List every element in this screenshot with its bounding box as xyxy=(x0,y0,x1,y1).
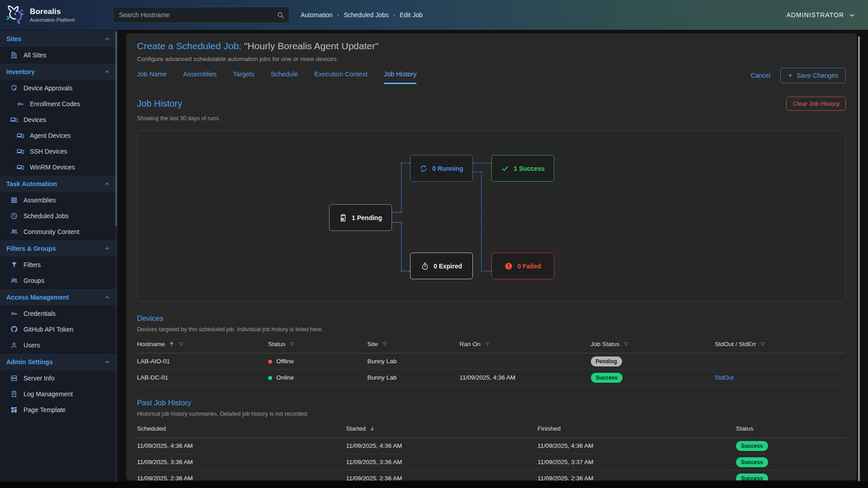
item-label: Credentials xyxy=(24,310,56,317)
tab-execution-context[interactable]: Execution Context xyxy=(314,70,368,84)
sidebar-section-inventory[interactable]: Inventory xyxy=(0,63,118,80)
connector-line xyxy=(401,271,410,272)
breadcrumb-item-scheduled-jobs[interactable]: Scheduled Jobs xyxy=(344,11,389,19)
table-row[interactable]: 11/09/2025, 2:36 AM 11/09/2025, 2:36 AM … xyxy=(137,470,846,480)
sidebar-item-groups[interactable]: Groups xyxy=(0,272,118,288)
search-input[interactable] xyxy=(113,11,277,19)
section-label: Sites xyxy=(6,35,21,42)
status-cell: Success xyxy=(736,441,846,451)
sidebar-item-assemblies[interactable]: Assemblies xyxy=(0,192,118,208)
sidebar-item-community-content[interactable]: Community Content xyxy=(0,224,118,239)
filter-icon[interactable] xyxy=(289,341,295,347)
breadcrumb-separator: › xyxy=(393,12,395,19)
sidebar-item-github-api-token[interactable]: GitHub API Token xyxy=(0,321,118,337)
connector-line xyxy=(392,222,401,223)
sidebar-item-winrm-devices[interactable]: WinRM Devices xyxy=(0,159,118,175)
sidebar-item-server-info[interactable]: Server Info xyxy=(0,370,118,386)
finished-cell: 11/09/2025, 4:36 AM xyxy=(538,442,736,449)
sidebar: Sites All Sites Inventory Device Approva… xyxy=(0,30,118,482)
table-row[interactable]: LAB-AIO-01 Offline Bunny Lab Pending xyxy=(137,353,846,370)
column-status[interactable]: Status xyxy=(736,425,846,432)
chevron-up-icon xyxy=(104,359,110,365)
flow-node-running[interactable]: 0 Running xyxy=(410,155,473,182)
column-scheduled[interactable]: Scheduled xyxy=(137,425,346,432)
item-label: GitHub API Token xyxy=(24,326,73,333)
alert-circle-icon xyxy=(505,262,513,270)
column-job-status[interactable]: Job Status xyxy=(591,341,715,347)
stdout-link[interactable]: StdOut xyxy=(715,374,846,381)
item-label: Groups xyxy=(24,277,44,284)
flow-node-pending[interactable]: 1 Pending xyxy=(329,204,392,231)
key-icon xyxy=(16,100,24,108)
sidebar-item-log-management[interactable]: Log Management xyxy=(0,386,118,402)
sidebar-section-admin-settings[interactable]: Admin Settings xyxy=(0,353,118,370)
log-icon xyxy=(10,390,18,398)
sidebar-scrollbar-thumb[interactable] xyxy=(115,32,117,226)
sidebar-item-page-template[interactable]: Page Template xyxy=(0,402,118,418)
column-hostname[interactable]: Hostname xyxy=(137,341,268,347)
sidebar-item-credentials[interactable]: Credentials xyxy=(0,305,118,321)
sort-asc-icon[interactable] xyxy=(169,341,175,347)
sidebar-item-scheduled-jobs[interactable]: Scheduled Jobs xyxy=(0,208,118,224)
filter-icon[interactable] xyxy=(382,341,388,347)
flow-node-expired[interactable]: 0 Expired xyxy=(410,253,473,279)
sidebar-item-all-sites[interactable]: All Sites xyxy=(0,47,118,63)
filter-icon[interactable] xyxy=(484,341,491,347)
page-subtitle: Configure advanced schedulable automatio… xyxy=(137,56,846,62)
breadcrumb-item-edit-job[interactable]: Edit Job xyxy=(400,11,423,19)
column-finished[interactable]: Finished xyxy=(538,425,736,432)
sidebar-item-users[interactable]: Users xyxy=(0,337,118,353)
column-status[interactable]: Status xyxy=(268,341,368,347)
sidebar-item-ssh-devices[interactable]: SSH Devices xyxy=(0,143,118,159)
flow-node-running-label: 0 Running xyxy=(432,165,463,172)
server-icon xyxy=(10,375,18,382)
shield-icon xyxy=(10,84,18,92)
tab-schedule[interactable]: Schedule xyxy=(271,70,298,84)
main-scrollbar-thumb[interactable] xyxy=(858,36,860,481)
sidebar-item-filters[interactable]: Filters xyxy=(0,257,118,272)
clear-job-history-button[interactable]: Clear Job History xyxy=(786,97,846,111)
filter-icon[interactable] xyxy=(623,341,629,347)
status-badge: Success xyxy=(591,373,623,383)
tab-job-name[interactable]: Job Name xyxy=(137,70,167,84)
hostname-cell: LAB-DC-01 xyxy=(137,374,268,381)
sidebar-item-devices[interactable]: Devices xyxy=(0,112,118,127)
tab-assemblies[interactable]: Assemblies xyxy=(183,70,217,84)
table-row[interactable]: 11/09/2025, 3:36 AM 11/09/2025, 3:36 AM … xyxy=(137,454,846,470)
scheduled-cell: 11/09/2025, 2:36 AM xyxy=(137,475,346,480)
sort-desc-icon[interactable] xyxy=(369,426,375,432)
sidebar-section-sites[interactable]: Sites xyxy=(0,30,118,47)
status-cell: Success xyxy=(736,457,846,467)
flow-node-failed[interactable]: 0 Failed xyxy=(491,253,554,279)
table-row[interactable]: LAB-DC-01 Online Bunny Lab 11/09/2025, 4… xyxy=(137,370,846,386)
save-changes-button[interactable]: + Save Changes xyxy=(780,68,846,83)
column-ran-on[interactable]: Ran On xyxy=(459,341,590,347)
column-stdout-stderr[interactable]: StdOut / StdErr xyxy=(715,341,846,347)
sidebar-item-enrollment-codes[interactable]: Enrollment Codes xyxy=(0,96,118,112)
sidebar-item-agent-devices[interactable]: Agent Devices xyxy=(0,127,118,143)
filter-icon[interactable] xyxy=(178,341,184,347)
table-row[interactable]: 11/09/2025, 4:36 AM 11/09/2025, 4:36 AM … xyxy=(137,438,846,454)
hostname-search[interactable] xyxy=(113,7,289,23)
item-label: Community Content xyxy=(24,228,80,235)
sidebar-item-device-approvals[interactable]: Device Approvals xyxy=(0,80,118,96)
tab-targets[interactable]: Targets xyxy=(233,70,255,84)
status-cell: Success xyxy=(736,474,846,481)
user-menu[interactable]: ADMINISTRATOR xyxy=(786,0,855,30)
sidebar-section-access-management[interactable]: Access Management xyxy=(0,288,118,305)
devices-table-header: Hostname Status Site Ran On Job S xyxy=(137,335,846,353)
borealis-rabbit-logo-icon xyxy=(5,5,25,25)
cancel-button[interactable]: Cancel xyxy=(751,72,771,79)
sidebar-section-filters-groups[interactable]: Filters & Groups xyxy=(0,239,118,257)
sidebar-section-task-automation[interactable]: Task Automation xyxy=(0,175,118,192)
filter-icon[interactable] xyxy=(760,341,766,347)
column-started[interactable]: Started xyxy=(346,425,538,432)
page-title-separator: : xyxy=(239,41,244,51)
devices-subheading: Devices targeted by this scheduled job. … xyxy=(137,326,846,333)
tab-job-history[interactable]: Job History xyxy=(384,70,417,84)
column-site[interactable]: Site xyxy=(368,341,460,347)
flow-node-success[interactable]: 1 Success xyxy=(491,155,554,182)
section-label: Admin Settings xyxy=(6,358,53,366)
search-icon[interactable] xyxy=(277,11,284,19)
breadcrumb-item-automation[interactable]: Automation xyxy=(301,11,333,19)
